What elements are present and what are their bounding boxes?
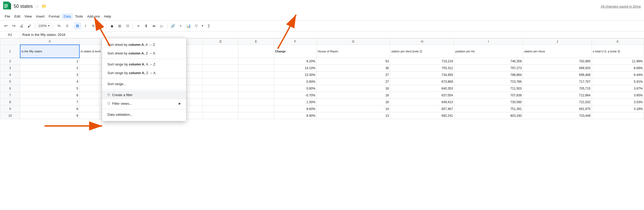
filter-icon-2: ▽ (107, 102, 110, 106)
filter-dropdown-button[interactable]: ▼ (200, 22, 205, 30)
svg-rect-4 (4, 4, 8, 5)
menu-view[interactable]: View (22, 13, 34, 19)
print-button[interactable]: 🖨 (18, 22, 25, 30)
cell-reference[interactable] (2, 33, 18, 37)
cell-f3[interactable]: 14.10% (274, 65, 316, 71)
col-header-e[interactable]: E (238, 38, 274, 45)
cell-h1[interactable]: ulation per elect [note 2] (390, 45, 454, 58)
cell-h3[interactable]: 755,312 (390, 65, 454, 71)
v-align-button[interactable]: ⬇ (143, 22, 150, 30)
cell-a1[interactable]: in the fifty states (20, 45, 79, 58)
cell-f2[interactable]: 6.20% (274, 58, 316, 65)
create-filter-item[interactable]: ▽ Create a filter (102, 91, 186, 99)
row-num-3: 3 (0, 65, 20, 71)
cell-a2[interactable]: 1 (20, 58, 79, 65)
text-wrap-button[interactable]: ▷ (158, 22, 166, 30)
menu-help[interactable]: Help (102, 13, 113, 19)
format-painter-button[interactable]: 🖌 (26, 22, 33, 30)
row-num-10: 10 (0, 112, 20, 119)
col-header-k[interactable]: K (592, 38, 644, 45)
text-color-button[interactable]: A̲ (97, 22, 105, 30)
comment-button[interactable]: ＋ (177, 22, 184, 30)
cell-i2[interactable]: 746,359 (454, 58, 523, 65)
cell-j1[interactable]: ulation per Hous (523, 45, 592, 58)
fill-color-button[interactable]: ◆ (108, 22, 116, 30)
cell-a3[interactable]: 2 (20, 65, 79, 71)
data-validation-item[interactable]: Data validation... (102, 110, 186, 119)
svg-rect-6 (4, 6, 8, 7)
table-row: 10 9 9 North C 8.90% 13 692,241 803,240 … (0, 112, 644, 119)
zoom-selector[interactable]: 100% ▼ (36, 23, 52, 29)
star-icon[interactable]: ☆ (35, 4, 39, 9)
sort-range-item[interactable]: Sort range... (102, 80, 186, 88)
cell-e1[interactable] (238, 45, 274, 58)
row-num-2: 2 (0, 58, 20, 65)
link-button[interactable]: 🔗 (169, 22, 176, 30)
menu-file[interactable]: File (3, 13, 12, 19)
filter-icon: ▽ (107, 93, 110, 97)
sort-sheet-az-item[interactable]: Sort sheet by column A, A → Z (102, 40, 186, 49)
redo-button[interactable]: ↪ (10, 22, 17, 30)
menu-data[interactable]: Data (62, 13, 73, 19)
undo-button[interactable]: ↩ (2, 22, 9, 30)
sheets-app-icon (3, 2, 11, 11)
chart-button[interactable]: 📊 (185, 22, 192, 30)
text-rotate-button[interactable]: ⇼ (150, 22, 158, 30)
sort-sheet-za-item[interactable]: Sort sheet by column A, Z → A (102, 49, 186, 58)
cell-j3[interactable]: 698,503 (523, 65, 592, 71)
cell-g2[interactable]: 53 (316, 58, 390, 65)
sort-range-za-item[interactable]: Sort range by column A, Z → A (102, 69, 186, 77)
submenu-arrow-icon: ▶ (179, 102, 181, 105)
cell-k3[interactable]: 8.68% (592, 65, 644, 71)
cell-d1[interactable] (203, 45, 238, 58)
col-header-a[interactable]: A (20, 38, 79, 45)
percent-button[interactable]: % (55, 22, 63, 30)
row-num-7: 7 (0, 92, 20, 99)
filter-views-label: Filter views... (112, 102, 132, 106)
italic-button[interactable]: I (82, 22, 89, 30)
table-row: 4 3 3 Florida 13.30% 27 734,459 788,864 … (0, 71, 644, 78)
saved-status: All changes saved in Drive (601, 4, 641, 8)
merge-button[interactable]: ⊡ (124, 22, 131, 30)
folder-icon[interactable]: 📁 (42, 4, 47, 9)
col-header-g[interactable]: G (316, 38, 390, 45)
cell-j2[interactable]: 702,885 (523, 58, 592, 65)
sort-range-az-item[interactable]: Sort range by column A, A → Z (102, 60, 186, 69)
table-row: 8 7 7 Ohio 1.30% 16 649,413 730,590 721,… (0, 99, 644, 106)
menu-insert[interactable]: Insert (34, 13, 47, 19)
bold-button[interactable]: B (74, 22, 81, 30)
borders-button[interactable]: ⊞ (116, 22, 123, 30)
menu-addons[interactable]: Add-ons (85, 13, 102, 19)
col-header-i[interactable]: I (454, 38, 523, 45)
cell-g3[interactable]: 36 (316, 65, 390, 71)
col-header-j[interactable]: J (523, 38, 592, 45)
cell-g1[interactable]: House of Repre: (316, 45, 390, 58)
row-num-4: 4 (0, 71, 20, 78)
strikethrough-button[interactable]: S (90, 22, 97, 30)
row-num-9: 9 (0, 106, 20, 112)
cell-i3[interactable]: 797,273 (454, 65, 523, 71)
row-num-5: 5 (0, 78, 20, 85)
filter-views-item[interactable]: ▽ Filter views... ▶ (102, 99, 186, 108)
col-header-f[interactable]: F (274, 38, 316, 45)
decimal-button[interactable]: .0 (63, 22, 70, 30)
h-align-button[interactable]: ≡ (135, 22, 142, 30)
menu-edit[interactable]: Edit (12, 13, 22, 19)
sum-button[interactable]: Σ (205, 22, 212, 30)
menu-tools[interactable]: Tools (73, 13, 85, 19)
cell-k1[interactable]: e total U.S. p [note 3] (592, 45, 644, 58)
create-filter-label: Create a filter (112, 93, 133, 97)
svg-rect-7 (4, 7, 7, 8)
menu-format[interactable]: Format (47, 13, 62, 19)
row-num-1: 1 (0, 45, 20, 58)
cell-f1[interactable]: Change (274, 45, 316, 58)
cell-h2[interactable]: 719,219 (390, 58, 454, 65)
cell-k2[interactable]: 11.96% (592, 58, 644, 65)
formula-content: Rank in the fifty states, 2018 (22, 33, 65, 37)
filter-button[interactable]: ▽ (193, 22, 200, 30)
col-header-h[interactable]: H (390, 38, 454, 45)
table-row: 7 6 6 Illinois -0.70% 18 637,054 707,838… (0, 92, 644, 99)
cell-i1[interactable]: pulation per Ho (454, 45, 523, 58)
doc-title[interactable]: 50 states (14, 4, 33, 9)
col-header-d[interactable]: D (203, 38, 238, 45)
